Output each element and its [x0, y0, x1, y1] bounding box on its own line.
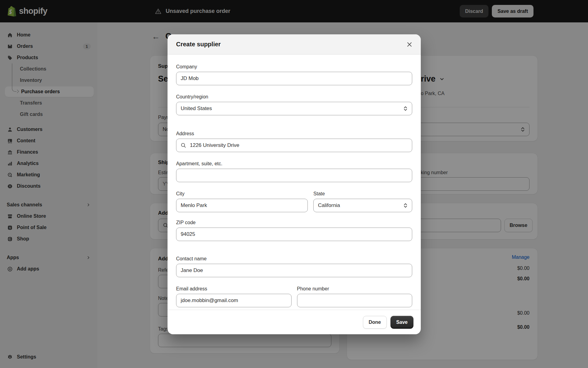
- create-supplier-modal: Create supplier Company Country/region U…: [168, 34, 421, 334]
- select-chevrons-icon: [403, 203, 408, 208]
- phone-label: Phone number: [297, 286, 413, 292]
- address-label: Address: [176, 131, 412, 137]
- state-select[interactable]: California: [313, 199, 412, 212]
- country-value: United States: [181, 105, 212, 112]
- city-label: City: [176, 191, 308, 197]
- modal-body: Company Country/region United States Add…: [168, 55, 421, 310]
- phone-input[interactable]: [297, 294, 413, 307]
- save-button[interactable]: Save: [390, 316, 413, 329]
- apartment-label: Apartment, suite, etc.: [176, 161, 412, 167]
- country-label: Country/region: [176, 94, 412, 100]
- zip-input[interactable]: [176, 228, 412, 241]
- search-icon: [180, 142, 187, 148]
- state-value: California: [318, 202, 340, 209]
- zip-label: ZIP code: [176, 220, 412, 226]
- email-input[interactable]: [176, 294, 292, 307]
- company-input[interactable]: [176, 72, 412, 85]
- done-button[interactable]: Done: [363, 316, 387, 329]
- select-chevrons-icon: [403, 106, 408, 111]
- apartment-input[interactable]: [176, 169, 412, 182]
- address-input[interactable]: [176, 139, 412, 152]
- modal-title: Create supplier: [176, 41, 221, 48]
- modal-footer: Done Save: [168, 310, 421, 334]
- contact-name-label: Contact name: [176, 256, 412, 262]
- country-select[interactable]: United States: [176, 102, 412, 115]
- close-icon[interactable]: [404, 39, 415, 50]
- state-label: State: [313, 191, 412, 197]
- modal-header: Create supplier: [168, 34, 421, 55]
- contact-name-input[interactable]: [176, 264, 412, 277]
- company-label: Company: [176, 64, 412, 70]
- city-input[interactable]: [176, 199, 308, 212]
- email-label: Email address: [176, 286, 292, 292]
